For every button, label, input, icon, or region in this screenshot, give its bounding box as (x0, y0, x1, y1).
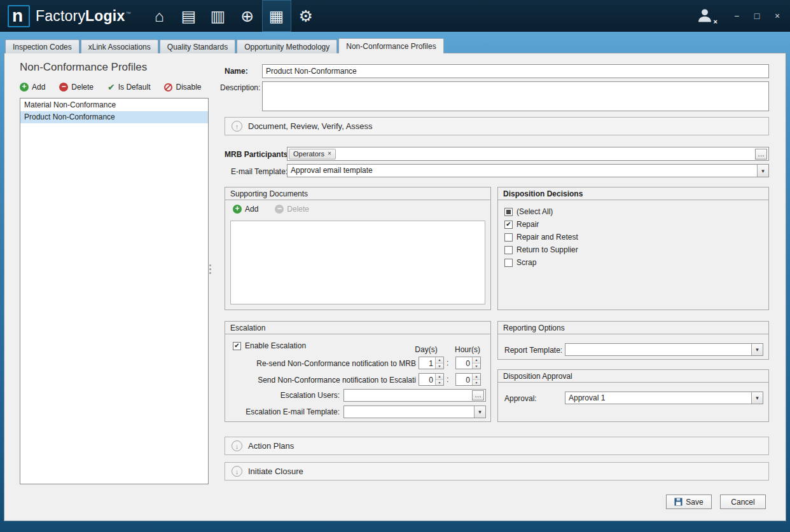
delete-label: Delete (71, 83, 94, 92)
mrb-participants-field[interactable]: Operators × … (287, 147, 769, 161)
checkbox-checked[interactable] (504, 221, 513, 229)
delete-profile-button[interactable]: − Delete (59, 83, 94, 92)
disposition-approval-header: Disposition Approval (498, 370, 768, 383)
spin-up-icon[interactable]: ▲ (473, 357, 480, 364)
checkbox-unchecked[interactable] (504, 259, 513, 267)
section-initiate-closure[interactable]: ↓ Initiate Closure (225, 462, 769, 481)
tab-inspection-codes[interactable]: Inspection Codes (5, 39, 80, 53)
list-item-product-nc[interactable]: Product Non-Conformance (20, 111, 208, 123)
escalation-users-field[interactable]: … (343, 389, 486, 402)
close-button[interactable]: × (772, 11, 782, 21)
minimize-button[interactable]: − (731, 11, 742, 21)
resend-days-spinner[interactable]: 1 ▲▼ (419, 357, 444, 369)
report-template-value (565, 344, 751, 355)
main-content: Non-Conformance Profiles + Add − Delete … (4, 53, 786, 521)
delete-document-label: Delete (287, 205, 309, 214)
planning-icon[interactable]: ▤ (174, 0, 204, 32)
spin-up-icon[interactable]: ▲ (436, 374, 443, 380)
supporting-documents-group: Supporting Documents + Add − Delete (225, 187, 491, 310)
quality-icon[interactable]: ▦ (262, 0, 291, 32)
initiate-closure-label: Initiate Closure (248, 467, 303, 476)
escalation-users-browse-button[interactable]: … (472, 390, 484, 400)
escalation-days-spinner[interactable]: 0 ▲▼ (419, 373, 444, 386)
option-repair-and-retest[interactable]: Repair and Retest (498, 231, 768, 243)
reporting-options-header: Reporting Options (498, 322, 768, 334)
tab-opportunity-methodology[interactable]: Opportunity Methodology (237, 39, 337, 53)
add-label: Add (32, 83, 45, 92)
escalation-title: Escalation (230, 324, 265, 332)
checkbox-indeterminate[interactable] (504, 208, 513, 216)
window-controls: − □ × (731, 11, 782, 21)
list-item-material-nc[interactable]: Material Non-Conformance (20, 99, 208, 111)
collapse-down-icon: ↓ (232, 466, 242, 477)
option-scrap[interactable]: Scrap (498, 256, 768, 269)
maximize-button[interactable]: □ (752, 11, 762, 21)
spin-down-icon[interactable]: ▼ (473, 364, 480, 369)
disable-profile-button[interactable]: Disable (164, 83, 201, 92)
resend-hours-spinner[interactable]: 0 ▲▼ (455, 357, 481, 369)
user-account-icon[interactable]: × (696, 6, 715, 25)
disable-icon (164, 83, 172, 92)
name-input[interactable]: Product Non-Conformance (262, 64, 769, 78)
supporting-documents-list[interactable] (230, 221, 485, 304)
add-document-label: Add (245, 205, 258, 214)
spin-down-icon[interactable]: ▼ (436, 380, 443, 386)
spin-down-icon[interactable]: ▼ (473, 380, 480, 386)
checkbox-unchecked[interactable] (504, 246, 513, 254)
add-document-button[interactable]: + Add (233, 205, 258, 214)
option-select-all[interactable]: (Select All) (498, 205, 768, 218)
chevron-down-icon[interactable]: ▾ (751, 392, 763, 404)
email-template-select[interactable]: Approval email template ▾ (287, 164, 769, 177)
approval-value: Approval 1 (565, 392, 751, 404)
splitter-handle[interactable] (209, 264, 213, 277)
description-input[interactable] (262, 81, 769, 111)
section-document-review[interactable]: ↑ Document, Review, Verify, Assess (225, 117, 769, 135)
navigator-icon[interactable]: ⊕ (233, 0, 262, 32)
option-label: Return to Supplier (516, 245, 578, 254)
time-separator: : (447, 358, 448, 367)
chevron-down-icon[interactable]: ▾ (751, 344, 763, 355)
chevron-down-icon[interactable]: ▾ (474, 406, 485, 418)
enable-escalation-checkbox[interactable]: Enable Escalation (226, 339, 306, 352)
spin-up-icon[interactable]: ▲ (473, 374, 480, 380)
titlebar: n FactoryLogix™ ⌂ ▤ ▥ ⊕ ▦ ⚙ × − □ × (0, 0, 790, 32)
user-badge-icon: × (714, 18, 717, 25)
tab-xlink-associations[interactable]: xLink Associations (81, 39, 158, 53)
settings-gear-icon[interactable]: ⚙ (291, 0, 321, 32)
profiles-list[interactable]: Material Non-Conformance Product Non-Con… (20, 98, 209, 484)
delete-document-button[interactable]: − Delete (275, 205, 309, 214)
tab-quality-standards[interactable]: Quality Standards (160, 39, 235, 53)
save-button[interactable]: Save (666, 494, 712, 509)
supporting-documents-header: Supporting Documents (225, 188, 490, 200)
checkbox-checked[interactable] (233, 342, 241, 350)
approval-select[interactable]: Approval 1 ▾ (565, 392, 763, 404)
option-repair[interactable]: Repair (498, 218, 768, 231)
section-action-plans[interactable]: ↓ Action Plans (225, 437, 769, 455)
time-separator: : (447, 375, 448, 384)
escalation-header: Escalation (225, 322, 490, 334)
save-disk-icon (674, 498, 683, 506)
spin-down-icon[interactable]: ▼ (436, 364, 443, 369)
chevron-down-icon[interactable]: ▾ (757, 165, 768, 177)
option-return-to-supplier[interactable]: Return to Supplier (498, 243, 768, 256)
checkbox-unchecked[interactable] (504, 233, 513, 242)
reporting-options-group: Reporting Options Report Template: ▾ (497, 321, 769, 360)
is-default-button[interactable]: ✔ Is Default (107, 83, 150, 92)
home-icon[interactable]: ⌂ (145, 0, 174, 32)
report-template-select[interactable]: ▾ (565, 343, 763, 356)
mrb-browse-button[interactable]: … (755, 149, 767, 160)
tab-non-conformance-profiles[interactable]: Non-Conformance Profiles (338, 38, 443, 53)
app-title-part2: Logix (85, 8, 125, 24)
add-profile-button[interactable]: + Add (20, 83, 45, 92)
library-icon[interactable]: ▥ (204, 0, 233, 32)
cancel-button[interactable]: Cancel (720, 494, 766, 509)
spin-up-icon[interactable]: ▲ (436, 357, 443, 364)
escalation-email-template-select[interactable]: ▾ (343, 406, 486, 418)
escalation-email-template-value (344, 406, 474, 418)
left-panel-title: Non-Conformance Profiles (20, 61, 147, 74)
participant-chip[interactable]: Operators × (289, 149, 336, 160)
spinner-value: 0 (456, 357, 472, 369)
chip-remove-icon[interactable]: × (328, 151, 331, 157)
escalation-hours-spinner[interactable]: 0 ▲▼ (455, 373, 481, 386)
option-label: (Select All) (516, 207, 553, 216)
